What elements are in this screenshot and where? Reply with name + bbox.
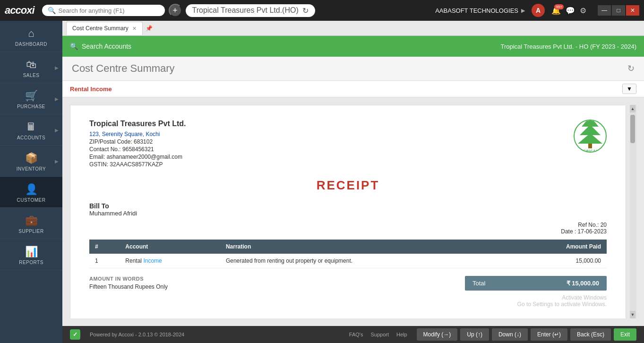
close-button[interactable]: ✕ xyxy=(626,5,639,16)
amount-words-text: Fifteen Thousand Rupees Only xyxy=(89,283,168,290)
tab-bar: Cost Centre Summary ✕ 📌 xyxy=(62,21,644,36)
tab-cost-centre-summary[interactable]: Cost Centre Summary ✕ xyxy=(66,22,143,35)
sidebar-item-label: REPORTS xyxy=(19,260,43,265)
top-icons: 🔔 99+ 💬 ⚙ xyxy=(551,6,586,15)
exit-button[interactable]: Exit xyxy=(614,328,636,341)
sidebar: ⌂ DASHBOARD 🛍 SALES ▶ 🛒 PURCHASE ▶ 🖩 ACC… xyxy=(0,21,62,343)
avatar[interactable]: A xyxy=(532,4,545,17)
receipt-date: Date : 17-06-2023 xyxy=(89,228,607,235)
content-area: Cost Centre Summary ✕ 📌 🔍 Search Account… xyxy=(62,21,644,343)
tree-trunk xyxy=(588,144,592,148)
refresh-button[interactable]: ↻ xyxy=(627,63,635,74)
company-zip: ZIP/Postal Code: 683102 xyxy=(89,138,186,145)
message-icon[interactable]: 💬 xyxy=(566,6,575,15)
tab-label: Cost Centre Summary xyxy=(72,25,129,32)
search-input[interactable] xyxy=(59,7,153,14)
search-accounts-btn[interactable]: 🔍 Search Accounts xyxy=(70,43,131,50)
activate-title: Activate Windows xyxy=(89,294,607,301)
col-num: # xyxy=(89,240,120,254)
col-amount: Amount Paid xyxy=(510,240,607,254)
scrollbar-thumb[interactable] xyxy=(630,115,635,143)
footer-help[interactable]: Help xyxy=(396,332,407,337)
filter-label: Rental Income xyxy=(70,86,112,93)
app-logo: accoxi xyxy=(5,4,34,17)
customer-icon: 👤 xyxy=(25,183,38,196)
bill-to: Bill To Muhammed Afridi xyxy=(89,202,607,217)
table-header-row: # Account Narration Amount Paid xyxy=(89,240,607,254)
settings-icon[interactable]: ⚙ xyxy=(580,6,586,15)
activate-watermark: Activate Windows Go to Settings to activ… xyxy=(89,294,607,308)
total-label: Total xyxy=(472,280,485,287)
filter-icon: ▼ xyxy=(627,86,632,92)
sidebar-item-purchase[interactable]: 🛒 PURCHASE ▶ xyxy=(0,83,62,114)
company-dropdown-arrow[interactable]: ▶ xyxy=(521,8,525,14)
notification-icon[interactable]: 🔔 99+ xyxy=(551,6,561,15)
notification-badge: 99+ xyxy=(554,4,564,9)
scrollbar[interactable]: ▲ ▼ xyxy=(630,105,636,318)
tree-bot xyxy=(578,133,602,144)
maximize-button[interactable]: □ xyxy=(612,5,625,16)
footer: ✓ Powered by Accoxi - 2.0.13 © 2018-2024… xyxy=(62,326,644,343)
sidebar-item-dashboard[interactable]: ⌂ DASHBOARD xyxy=(0,21,62,52)
amount-words-section: AMOUNT IN WORDS Fifteen Thousand Rupees … xyxy=(89,276,607,291)
company-info-header: Tropical Treasures Pvt Ltd. - HO (FY 202… xyxy=(500,43,636,50)
window-controls: — □ ✕ xyxy=(598,5,639,16)
add-button[interactable]: + xyxy=(169,4,182,17)
dashboard-icon: ⌂ xyxy=(28,27,34,40)
sidebar-item-reports[interactable]: 📊 REPORTS xyxy=(0,239,62,270)
company-address: 123, Serenity Square, Kochi xyxy=(89,131,186,137)
sidebar-item-label: SALES xyxy=(23,73,40,78)
account-highlight: Income xyxy=(143,257,162,264)
expand-arrow: ▶ xyxy=(55,96,59,101)
total-symbol: ₹ xyxy=(567,280,570,287)
search-bar[interactable]: 🔍 xyxy=(42,5,165,16)
main-layout: ⌂ DASHBOARD 🛍 SALES ▶ 🛒 PURCHASE ▶ 🖩 ACC… xyxy=(0,21,644,343)
expand-arrow: ▶ xyxy=(55,158,59,163)
sidebar-item-customer[interactable]: 👤 CUSTOMER xyxy=(0,177,62,208)
refresh-icon[interactable]: ↻ xyxy=(302,6,309,15)
company-email: Email: ashanameer2000@gmail.com xyxy=(89,154,186,160)
page-title-area: Cost Centre Summary ↻ xyxy=(62,57,644,81)
company-logo: TROPICALTREASURES xyxy=(574,120,607,153)
minimize-button[interactable]: — xyxy=(598,5,611,16)
top-bar: accoxi 🔍 + Tropical Treasures Pvt Ltd.(H… xyxy=(0,0,644,21)
enter-button[interactable]: Enter (↵) xyxy=(531,328,567,341)
company-gstin: GSTIN: 32AAACS8577KAZP xyxy=(89,161,186,168)
total-value: 15,000.00 xyxy=(572,280,599,287)
filter-bar: Rental Income ▼ xyxy=(62,81,644,97)
scrollbar-up-arrow[interactable]: ▲ xyxy=(630,105,635,112)
receipt-title: RECEIPT xyxy=(89,178,607,193)
receipt-document: Tropical Treasures Pvt Ltd. 123, Serenit… xyxy=(70,105,626,318)
row-num: 1 xyxy=(89,254,120,268)
amount-words-box: AMOUNT IN WORDS Fifteen Thousand Rupees … xyxy=(89,276,168,290)
table-row: 1 Rental Income Generated from renting o… xyxy=(89,254,607,268)
total-box: Total ₹ 15,000.00 xyxy=(465,276,607,291)
sidebar-item-label: CUSTOMER xyxy=(17,197,45,203)
sidebar-item-label: DASHBOARD xyxy=(15,42,47,47)
back-button[interactable]: Back (Esc) xyxy=(570,328,611,341)
page-title: Cost Centre Summary xyxy=(72,62,175,75)
tab-pin-icon[interactable]: 📌 xyxy=(146,25,153,32)
footer-actions: Modify (→) Up (↑) Down (↓) Enter (↵) Bac… xyxy=(417,328,636,341)
company-name-label: AABASOFT TECHNOLOGIES xyxy=(435,7,518,14)
sidebar-item-sales[interactable]: 🛍 SALES ▶ xyxy=(0,52,62,83)
footer-faq[interactable]: FAQ's xyxy=(349,332,363,337)
logo-circle: TROPICALTREASURES xyxy=(574,120,607,153)
supplier-icon: 💼 xyxy=(25,214,38,227)
search-icon: 🔍 xyxy=(48,7,56,14)
sidebar-item-supplier[interactable]: 💼 SUPPLIER xyxy=(0,208,62,239)
filter-button[interactable]: ▼ xyxy=(622,84,636,94)
up-button[interactable]: Up (↑) xyxy=(460,328,489,341)
scrollbar-down-arrow[interactable]: ▼ xyxy=(630,311,635,318)
sidebar-item-accounts[interactable]: 🖩 ACCOUNTS ▶ xyxy=(0,114,62,146)
footer-support[interactable]: Support xyxy=(370,332,389,337)
modify-button[interactable]: Modify (→) xyxy=(417,328,458,341)
sidebar-item-inventory[interactable]: 📦 INVENTORY ▶ xyxy=(0,146,62,177)
company-selector[interactable]: Tropical Treasures Pvt Ltd.(HO) ↻ xyxy=(186,4,315,17)
down-button[interactable]: Down (↓) xyxy=(492,328,528,341)
sidebar-item-label: PURCHASE xyxy=(17,104,45,109)
company-name-receipt: Tropical Treasures Pvt Ltd. xyxy=(89,120,186,128)
close-tab-icon[interactable]: ✕ xyxy=(132,26,137,32)
receipt-scroll[interactable]: Tropical Treasures Pvt Ltd. 123, Serenit… xyxy=(70,105,630,318)
receipt-wrapper: Tropical Treasures Pvt Ltd. 123, Serenit… xyxy=(62,97,644,326)
